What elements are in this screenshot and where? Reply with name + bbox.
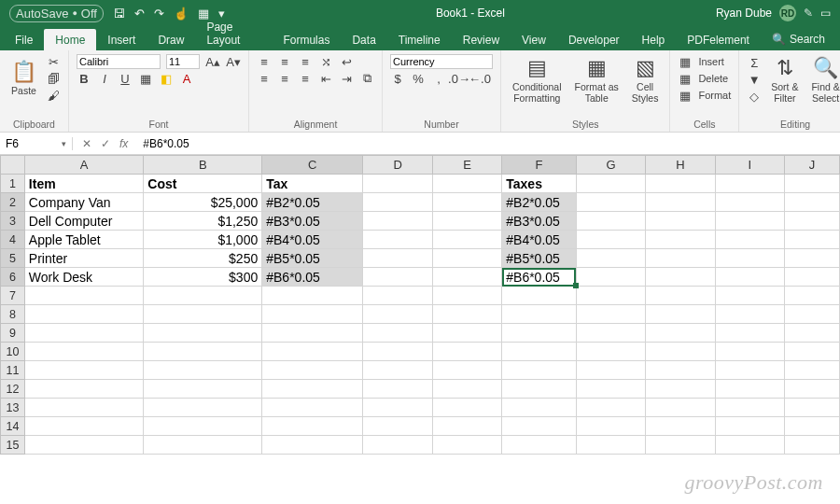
cell-B4[interactable]: $1,000 (144, 231, 262, 249)
format-as-table-button[interactable]: ▦Format as Table (571, 54, 623, 105)
save-icon[interactable]: 🖫 (113, 7, 125, 21)
cell-I11[interactable] (715, 361, 784, 380)
tab-insert[interactable]: Insert (96, 29, 147, 50)
align-left-icon[interactable]: ≡ (257, 71, 272, 86)
cell-H11[interactable] (646, 361, 715, 380)
cell-H12[interactable] (646, 380, 715, 399)
row-header-3[interactable]: 3 (1, 212, 25, 231)
touch-mode-icon[interactable]: ☝ (174, 7, 189, 21)
cell-J4[interactable] (784, 231, 839, 249)
cell-A15[interactable] (24, 436, 143, 455)
cell-F1[interactable]: Taxes (502, 175, 576, 193)
cell-I7[interactable] (715, 287, 784, 305)
row-header-2[interactable]: 2 (1, 193, 25, 212)
cell-F6[interactable]: #B6*0.05 (502, 268, 576, 287)
italic-icon[interactable]: I (97, 71, 112, 86)
cell-G11[interactable] (576, 361, 646, 380)
cell-D7[interactable] (363, 287, 432, 305)
cell-F5[interactable]: #B5*0.05 (502, 249, 576, 268)
cell-B10[interactable] (144, 343, 262, 361)
cell-E1[interactable] (432, 175, 501, 193)
cell-E10[interactable] (432, 343, 501, 361)
tab-timeline[interactable]: Timeline (387, 29, 452, 50)
cell-B6[interactable]: $300 (144, 268, 262, 287)
cell-J1[interactable] (784, 175, 839, 193)
cell-F4[interactable]: #B4*0.05 (502, 231, 576, 249)
fill-icon[interactable]: ▼ (747, 73, 762, 88)
tab-home[interactable]: Home (44, 29, 96, 50)
cell-H2[interactable] (646, 193, 715, 212)
cell-E15[interactable] (432, 436, 501, 455)
cell-H9[interactable] (646, 324, 715, 343)
ribbon-display-icon[interactable]: ▭ (820, 7, 831, 20)
cell-E6[interactable] (432, 268, 501, 287)
cell-F3[interactable]: #B3*0.05 (502, 212, 576, 231)
cell-C13[interactable] (262, 399, 363, 417)
cell-C8[interactable] (262, 305, 363, 324)
cell-G5[interactable] (576, 249, 646, 268)
cell-B1[interactable]: Cost (144, 175, 262, 193)
cell-F13[interactable] (502, 399, 576, 417)
col-header-H[interactable]: H (646, 156, 715, 175)
cell-J12[interactable] (784, 380, 839, 399)
cell-C2[interactable]: #B2*0.05 (262, 193, 363, 212)
cell-A7[interactable] (24, 287, 143, 305)
align-middle-icon[interactable]: ≡ (277, 54, 292, 69)
cell-C12[interactable] (262, 380, 363, 399)
formula-input[interactable]: #B6*0.05 (137, 137, 840, 150)
search-button[interactable]: 🔍 Search (761, 28, 836, 50)
cell-J3[interactable] (784, 212, 839, 231)
tab-pdfelement[interactable]: PDFelement (676, 29, 761, 50)
row-header-7[interactable]: 7 (1, 287, 25, 305)
cell-A8[interactable] (24, 305, 143, 324)
cell-D15[interactable] (363, 436, 432, 455)
cell-G8[interactable] (576, 305, 646, 324)
cell-F9[interactable] (502, 324, 576, 343)
row-header-1[interactable]: 1 (1, 175, 25, 193)
cell-E2[interactable] (432, 193, 501, 212)
cell-J6[interactable] (784, 268, 839, 287)
cell-E5[interactable] (432, 249, 501, 268)
row-header-15[interactable]: 15 (1, 436, 25, 455)
tab-view[interactable]: View (511, 29, 557, 50)
cell-J15[interactable] (784, 436, 839, 455)
increase-indent-icon[interactable]: ⇥ (339, 71, 354, 86)
cell-F12[interactable] (502, 380, 576, 399)
cell-D8[interactable] (363, 305, 432, 324)
tab-help[interactable]: Help (631, 29, 677, 50)
cell-C4[interactable]: #B4*0.05 (262, 231, 363, 249)
redo-icon[interactable]: ↷ (154, 7, 164, 21)
cell-J9[interactable] (784, 324, 839, 343)
cell-B14[interactable] (144, 417, 262, 436)
cell-G2[interactable] (576, 193, 646, 212)
cell-C3[interactable]: #B3*0.05 (262, 212, 363, 231)
cell-G13[interactable] (576, 399, 646, 417)
cell-G9[interactable] (576, 324, 646, 343)
align-center-icon[interactable]: ≡ (277, 71, 292, 86)
cell-B8[interactable] (144, 305, 262, 324)
tab-review[interactable]: Review (452, 29, 511, 50)
cell-A1[interactable]: Item (24, 175, 143, 193)
cancel-formula-icon[interactable]: ✕ (82, 137, 91, 150)
align-top-icon[interactable]: ≡ (257, 54, 272, 69)
col-header-B[interactable]: B (144, 156, 262, 175)
cell-B13[interactable] (144, 399, 262, 417)
tab-developer[interactable]: Developer (557, 29, 631, 50)
cell-H10[interactable] (646, 343, 715, 361)
tab-draw[interactable]: Draw (147, 29, 195, 50)
cell-H3[interactable] (646, 212, 715, 231)
cell-G6[interactable] (576, 268, 646, 287)
col-header-A[interactable]: A (24, 156, 143, 175)
align-bottom-icon[interactable]: ≡ (298, 54, 313, 69)
cell-B5[interactable]: $250 (144, 249, 262, 268)
cell-B7[interactable] (144, 287, 262, 305)
row-header-6[interactable]: 6 (1, 268, 25, 287)
sort-filter-button[interactable]: ⇅Sort & Filter (767, 54, 802, 105)
col-header-I[interactable]: I (715, 156, 784, 175)
clear-icon[interactable]: ◇ (747, 90, 762, 105)
decrease-decimal-icon[interactable]: ←.0 (472, 71, 487, 86)
cell-D4[interactable] (363, 231, 432, 249)
cell-I2[interactable] (715, 193, 784, 212)
tab-page-layout[interactable]: Page Layout (195, 16, 272, 50)
cell-G15[interactable] (576, 436, 646, 455)
